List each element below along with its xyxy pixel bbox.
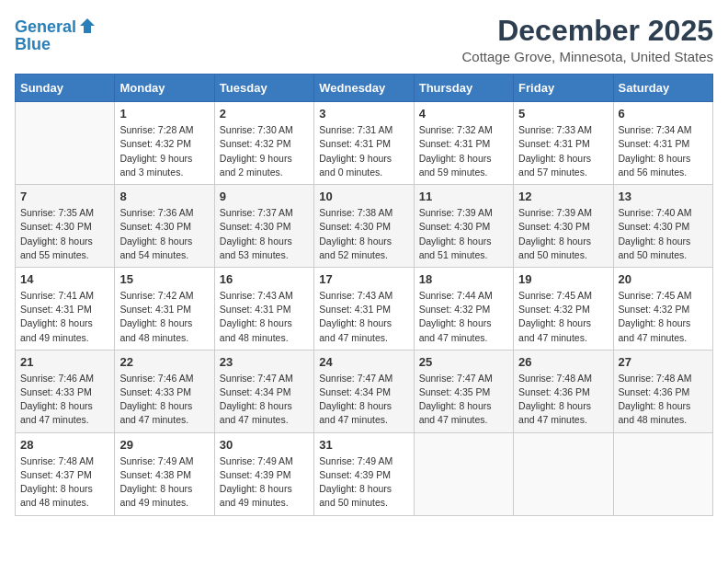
- cell-info: Sunrise: 7:39 AMSunset: 4:30 PMDaylight:…: [518, 206, 608, 262]
- day-number: 18: [419, 272, 508, 286]
- day-number: 8: [119, 190, 209, 203]
- cell-info: Sunrise: 7:46 AMSunset: 4:33 PMDaylight:…: [119, 372, 209, 428]
- column-header-friday: Friday: [514, 75, 613, 102]
- column-header-sunday: Sunday: [16, 75, 115, 102]
- day-number: 1: [119, 107, 209, 121]
- calendar-cell: 24Sunrise: 7:47 AMSunset: 4:34 PMDayligh…: [314, 350, 414, 432]
- calendar-cell: 17Sunrise: 7:43 AMSunset: 4:31 PMDayligh…: [314, 267, 414, 350]
- day-number: 10: [319, 190, 408, 203]
- cell-info: Sunrise: 7:33 AMSunset: 4:31 PMDaylight:…: [518, 123, 608, 179]
- cell-info: Sunrise: 7:41 AMSunset: 4:31 PMDaylight:…: [20, 289, 109, 345]
- calendar-cell: 23Sunrise: 7:47 AMSunset: 4:34 PMDayligh…: [214, 350, 313, 432]
- column-header-monday: Monday: [115, 75, 214, 102]
- calendar-cell: 14Sunrise: 7:41 AMSunset: 4:31 PMDayligh…: [16, 267, 115, 350]
- calendar-cell: 26Sunrise: 7:48 AMSunset: 4:36 PMDayligh…: [514, 350, 613, 432]
- calendar-cell: 7Sunrise: 7:35 AMSunset: 4:30 PMDaylight…: [16, 185, 115, 268]
- cell-info: Sunrise: 7:28 AMSunset: 4:32 PMDaylight:…: [119, 123, 209, 179]
- calendar-cell: 4Sunrise: 7:32 AMSunset: 4:31 PMDaylight…: [414, 102, 513, 185]
- day-number: 5: [518, 107, 608, 121]
- calendar-cell: 27Sunrise: 7:48 AMSunset: 4:36 PMDayligh…: [613, 350, 712, 432]
- cell-info: Sunrise: 7:47 AMSunset: 4:34 PMDaylight:…: [319, 372, 408, 428]
- cell-info: Sunrise: 7:32 AMSunset: 4:31 PMDaylight:…: [419, 123, 508, 179]
- day-number: 29: [119, 438, 209, 452]
- column-header-thursday: Thursday: [414, 75, 513, 102]
- calendar-cell: 21Sunrise: 7:46 AMSunset: 4:33 PMDayligh…: [16, 350, 115, 432]
- calendar-cell: 6Sunrise: 7:34 AMSunset: 4:31 PMDaylight…: [613, 102, 712, 185]
- calendar-cell: [16, 102, 115, 185]
- cell-info: Sunrise: 7:39 AMSunset: 4:30 PMDaylight:…: [419, 206, 508, 262]
- calendar-header-row: SundayMondayTuesdayWednesdayThursdayFrid…: [16, 75, 713, 102]
- title-block: December 2025 Cottage Grove, Minnesota, …: [462, 15, 713, 64]
- cell-info: Sunrise: 7:45 AMSunset: 4:32 PMDaylight:…: [518, 289, 608, 345]
- calendar-cell: 12Sunrise: 7:39 AMSunset: 4:30 PMDayligh…: [514, 185, 613, 268]
- calendar-cell: 30Sunrise: 7:49 AMSunset: 4:39 PMDayligh…: [214, 432, 313, 515]
- calendar-cell: 31Sunrise: 7:49 AMSunset: 4:39 PMDayligh…: [314, 432, 414, 515]
- location: Cottage Grove, Minnesota, United States: [462, 49, 713, 64]
- calendar-cell: [514, 432, 613, 515]
- day-number: 19: [518, 272, 608, 286]
- day-number: 11: [419, 190, 508, 203]
- column-header-wednesday: Wednesday: [314, 75, 414, 102]
- day-number: 27: [619, 355, 708, 369]
- cell-info: Sunrise: 7:49 AMSunset: 4:39 PMDaylight:…: [319, 454, 408, 511]
- cell-info: Sunrise: 7:42 AMSunset: 4:31 PMDaylight:…: [119, 289, 209, 345]
- calendar-cell: 1Sunrise: 7:28 AMSunset: 4:32 PMDaylight…: [115, 102, 214, 185]
- calendar-cell: 22Sunrise: 7:46 AMSunset: 4:33 PMDayligh…: [115, 350, 214, 432]
- day-number: 2: [220, 107, 309, 121]
- day-number: 23: [220, 355, 309, 369]
- calendar-cell: 28Sunrise: 7:48 AMSunset: 4:37 PMDayligh…: [16, 432, 115, 515]
- calendar-cell: 9Sunrise: 7:37 AMSunset: 4:30 PMDaylight…: [214, 185, 313, 268]
- day-number: 31: [319, 438, 408, 452]
- calendar-cell: 5Sunrise: 7:33 AMSunset: 4:31 PMDaylight…: [514, 102, 613, 185]
- day-number: 7: [20, 190, 109, 203]
- day-number: 21: [20, 355, 109, 369]
- week-row-3: 14Sunrise: 7:41 AMSunset: 4:31 PMDayligh…: [16, 267, 713, 350]
- logo-blue: Blue: [15, 35, 51, 54]
- cell-info: Sunrise: 7:46 AMSunset: 4:33 PMDaylight:…: [20, 372, 109, 428]
- calendar-cell: 11Sunrise: 7:39 AMSunset: 4:30 PMDayligh…: [414, 185, 513, 268]
- calendar-cell: 2Sunrise: 7:30 AMSunset: 4:32 PMDaylight…: [214, 102, 313, 185]
- calendar-cell: 25Sunrise: 7:47 AMSunset: 4:35 PMDayligh…: [414, 350, 513, 432]
- logo: General Blue: [15, 18, 97, 54]
- cell-info: Sunrise: 7:30 AMSunset: 4:32 PMDaylight:…: [220, 123, 309, 179]
- cell-info: Sunrise: 7:34 AMSunset: 4:31 PMDaylight:…: [619, 123, 708, 179]
- column-header-saturday: Saturday: [613, 75, 712, 102]
- day-number: 13: [619, 190, 708, 203]
- calendar-cell: 29Sunrise: 7:49 AMSunset: 4:38 PMDayligh…: [115, 432, 214, 515]
- day-number: 20: [619, 272, 708, 286]
- cell-info: Sunrise: 7:48 AMSunset: 4:37 PMDaylight:…: [20, 454, 109, 511]
- logo-icon: [78, 17, 97, 35]
- calendar-cell: 20Sunrise: 7:45 AMSunset: 4:32 PMDayligh…: [613, 267, 712, 350]
- day-number: 26: [518, 355, 608, 369]
- cell-info: Sunrise: 7:36 AMSunset: 4:30 PMDaylight:…: [119, 206, 209, 262]
- cell-info: Sunrise: 7:47 AMSunset: 4:35 PMDaylight:…: [419, 372, 508, 428]
- cell-info: Sunrise: 7:47 AMSunset: 4:34 PMDaylight:…: [220, 372, 309, 428]
- week-row-2: 7Sunrise: 7:35 AMSunset: 4:30 PMDaylight…: [16, 185, 713, 268]
- calendar-cell: 18Sunrise: 7:44 AMSunset: 4:32 PMDayligh…: [414, 267, 513, 350]
- day-number: 15: [119, 272, 209, 286]
- day-number: 28: [20, 438, 109, 452]
- day-number: 12: [518, 190, 608, 203]
- calendar-cell: 3Sunrise: 7:31 AMSunset: 4:31 PMDaylight…: [314, 102, 414, 185]
- calendar-body: 1Sunrise: 7:28 AMSunset: 4:32 PMDaylight…: [16, 102, 713, 515]
- page-header: General Blue December 2025 Cottage Grove…: [15, 15, 713, 64]
- cell-info: Sunrise: 7:40 AMSunset: 4:30 PMDaylight:…: [619, 206, 708, 262]
- calendar-table: SundayMondayTuesdayWednesdayThursdayFrid…: [15, 74, 713, 515]
- week-row-4: 21Sunrise: 7:46 AMSunset: 4:33 PMDayligh…: [16, 350, 713, 432]
- calendar-cell: 16Sunrise: 7:43 AMSunset: 4:31 PMDayligh…: [214, 267, 313, 350]
- calendar-cell: 15Sunrise: 7:42 AMSunset: 4:31 PMDayligh…: [115, 267, 214, 350]
- calendar-cell: 10Sunrise: 7:38 AMSunset: 4:30 PMDayligh…: [314, 185, 414, 268]
- calendar-cell: [414, 432, 513, 515]
- cell-info: Sunrise: 7:43 AMSunset: 4:31 PMDaylight:…: [220, 289, 309, 345]
- week-row-1: 1Sunrise: 7:28 AMSunset: 4:32 PMDaylight…: [16, 102, 713, 185]
- cell-info: Sunrise: 7:48 AMSunset: 4:36 PMDaylight:…: [619, 372, 708, 428]
- cell-info: Sunrise: 7:43 AMSunset: 4:31 PMDaylight:…: [319, 289, 408, 345]
- svg-marker-0: [80, 18, 95, 33]
- day-number: 22: [119, 355, 209, 369]
- calendar-cell: 13Sunrise: 7:40 AMSunset: 4:30 PMDayligh…: [613, 185, 712, 268]
- calendar-cell: [613, 432, 712, 515]
- week-row-5: 28Sunrise: 7:48 AMSunset: 4:37 PMDayligh…: [16, 432, 713, 515]
- day-number: 30: [220, 438, 309, 452]
- month-title: December 2025: [462, 15, 713, 47]
- day-number: 17: [319, 272, 408, 286]
